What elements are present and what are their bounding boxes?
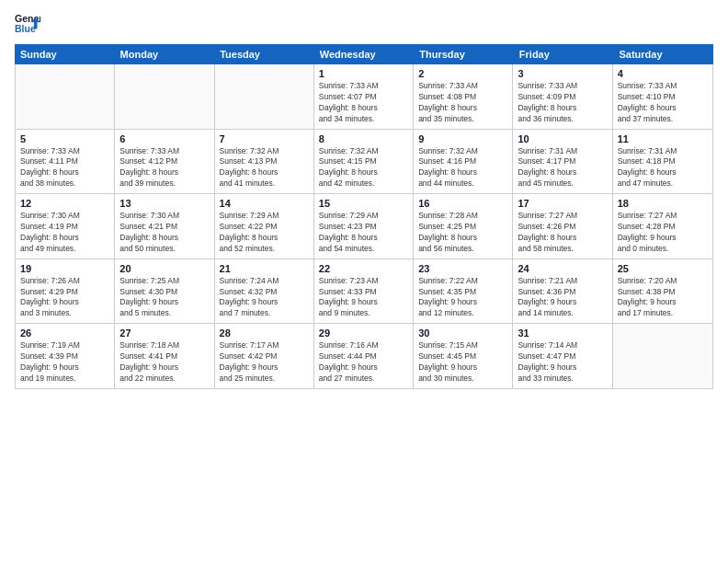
calendar-body: 1Sunrise: 7:33 AM Sunset: 4:07 PM Daylig… [15, 64, 713, 389]
day-of-week-header: Wednesday [314, 44, 415, 64]
calendar-day-cell: 22Sunrise: 7:23 AM Sunset: 4:33 PM Dayli… [314, 259, 414, 324]
day-info: Sunrise: 7:32 AM Sunset: 4:16 PM Dayligh… [418, 146, 507, 190]
day-info: Sunrise: 7:29 AM Sunset: 4:22 PM Dayligh… [220, 211, 309, 255]
day-info: Sunrise: 7:33 AM Sunset: 4:09 PM Dayligh… [518, 81, 607, 125]
day-info: Sunrise: 7:33 AM Sunset: 4:08 PM Dayligh… [418, 81, 507, 125]
empty-day-cell [215, 64, 314, 129]
day-info: Sunrise: 7:18 AM Sunset: 4:41 PM Dayligh… [119, 340, 209, 385]
calendar-day-cell: 30Sunrise: 7:15 AM Sunset: 4:45 PM Dayli… [414, 324, 513, 388]
day-number: 13 [119, 198, 209, 209]
day-info: Sunrise: 7:30 AM Sunset: 4:19 PM Dayligh… [20, 211, 109, 255]
day-info: Sunrise: 7:15 AM Sunset: 4:45 PM Dayligh… [418, 340, 507, 385]
day-info: Sunrise: 7:27 AM Sunset: 4:26 PM Dayligh… [518, 211, 607, 255]
calendar-header: SundayMondayTuesdayWednesdayThursdayFrid… [15, 44, 713, 64]
calendar-day-cell: 1Sunrise: 7:33 AM Sunset: 4:07 PM Daylig… [314, 64, 414, 129]
day-info: Sunrise: 7:33 AM Sunset: 4:11 PM Dayligh… [20, 146, 109, 190]
day-info: Sunrise: 7:26 AM Sunset: 4:29 PM Dayligh… [20, 276, 109, 320]
day-number: 25 [618, 263, 708, 274]
calendar-day-cell: 4Sunrise: 7:33 AM Sunset: 4:10 PM Daylig… [613, 64, 712, 129]
calendar-day-cell: 5Sunrise: 7:33 AM Sunset: 4:11 PM Daylig… [16, 130, 115, 194]
day-number: 6 [119, 133, 209, 144]
day-number: 16 [418, 198, 507, 209]
calendar-day-cell: 3Sunrise: 7:33 AM Sunset: 4:09 PM Daylig… [513, 64, 612, 129]
day-of-week-header: Sunday [15, 44, 115, 64]
day-number: 8 [319, 133, 408, 144]
calendar-day-cell: 25Sunrise: 7:20 AM Sunset: 4:38 PM Dayli… [613, 259, 712, 324]
day-number: 5 [20, 133, 109, 144]
day-number: 3 [518, 68, 607, 79]
calendar-day-cell: 18Sunrise: 7:27 AM Sunset: 4:28 PM Dayli… [613, 194, 712, 259]
calendar-week-row: 12Sunrise: 7:30 AM Sunset: 4:19 PM Dayli… [16, 194, 712, 259]
day-info: Sunrise: 7:32 AM Sunset: 4:13 PM Dayligh… [220, 146, 309, 190]
calendar-day-cell: 29Sunrise: 7:16 AM Sunset: 4:44 PM Dayli… [314, 324, 414, 388]
day-number: 7 [220, 133, 309, 144]
day-number: 19 [20, 263, 109, 274]
day-number: 27 [119, 327, 209, 339]
day-number: 31 [518, 327, 607, 339]
day-number: 12 [20, 198, 109, 209]
day-info: Sunrise: 7:23 AM Sunset: 4:33 PM Dayligh… [319, 276, 408, 320]
day-number: 29 [319, 327, 408, 339]
day-number: 14 [220, 198, 309, 209]
day-info: Sunrise: 7:32 AM Sunset: 4:15 PM Dayligh… [319, 146, 408, 190]
calendar-day-cell: 2Sunrise: 7:33 AM Sunset: 4:08 PM Daylig… [414, 64, 513, 129]
calendar-day-cell: 13Sunrise: 7:30 AM Sunset: 4:21 PM Dayli… [115, 194, 214, 259]
day-number: 30 [418, 327, 507, 339]
svg-text:Blue: Blue [15, 23, 36, 34]
calendar-day-cell: 12Sunrise: 7:30 AM Sunset: 4:19 PM Dayli… [16, 194, 115, 259]
day-number: 18 [618, 198, 708, 209]
day-info: Sunrise: 7:33 AM Sunset: 4:07 PM Dayligh… [319, 81, 408, 125]
calendar-day-cell: 10Sunrise: 7:31 AM Sunset: 4:17 PM Dayli… [513, 130, 612, 194]
day-number: 22 [319, 263, 408, 274]
empty-day-cell [115, 64, 214, 129]
day-number: 26 [20, 327, 109, 339]
day-number: 15 [319, 198, 408, 209]
day-number: 11 [618, 133, 708, 144]
calendar-day-cell: 9Sunrise: 7:32 AM Sunset: 4:16 PM Daylig… [414, 130, 513, 194]
calendar-day-cell: 27Sunrise: 7:18 AM Sunset: 4:41 PM Dayli… [115, 324, 214, 388]
calendar-week-row: 19Sunrise: 7:26 AM Sunset: 4:29 PM Dayli… [16, 259, 712, 325]
day-of-week-header: Saturday [613, 44, 713, 64]
calendar-day-cell: 6Sunrise: 7:33 AM Sunset: 4:12 PM Daylig… [115, 130, 214, 194]
day-number: 9 [418, 133, 507, 144]
calendar-day-cell: 19Sunrise: 7:26 AM Sunset: 4:29 PM Dayli… [16, 259, 115, 324]
day-info: Sunrise: 7:21 AM Sunset: 4:36 PM Dayligh… [518, 276, 607, 320]
empty-day-cell [16, 64, 115, 129]
calendar-day-cell: 23Sunrise: 7:22 AM Sunset: 4:35 PM Dayli… [414, 259, 513, 324]
logo: General Blue [15, 11, 40, 37]
day-info: Sunrise: 7:31 AM Sunset: 4:18 PM Dayligh… [618, 146, 708, 190]
day-of-week-header: Friday [514, 44, 614, 64]
empty-day-cell [613, 324, 712, 388]
day-info: Sunrise: 7:20 AM Sunset: 4:38 PM Dayligh… [618, 276, 708, 320]
day-number: 2 [418, 68, 507, 79]
calendar-day-cell: 16Sunrise: 7:28 AM Sunset: 4:25 PM Dayli… [414, 194, 513, 259]
day-of-week-header: Thursday [414, 44, 514, 64]
day-info: Sunrise: 7:17 AM Sunset: 4:42 PM Dayligh… [220, 340, 309, 385]
day-of-week-header: Tuesday [214, 44, 314, 64]
calendar-day-cell: 11Sunrise: 7:31 AM Sunset: 4:18 PM Dayli… [613, 130, 712, 194]
day-info: Sunrise: 7:28 AM Sunset: 4:25 PM Dayligh… [418, 211, 507, 255]
day-info: Sunrise: 7:14 AM Sunset: 4:47 PM Dayligh… [518, 340, 607, 385]
day-number: 4 [618, 68, 708, 79]
calendar-week-row: 26Sunrise: 7:19 AM Sunset: 4:39 PM Dayli… [16, 324, 712, 388]
calendar-weeks: 1Sunrise: 7:33 AM Sunset: 4:07 PM Daylig… [16, 64, 712, 388]
day-info: Sunrise: 7:33 AM Sunset: 4:10 PM Dayligh… [618, 81, 708, 125]
day-number: 10 [518, 133, 607, 144]
calendar-week-row: 5Sunrise: 7:33 AM Sunset: 4:11 PM Daylig… [16, 130, 712, 195]
calendar: SundayMondayTuesdayWednesdayThursdayFrid… [15, 44, 713, 552]
day-info: Sunrise: 7:27 AM Sunset: 4:28 PM Dayligh… [618, 211, 708, 255]
calendar-day-cell: 20Sunrise: 7:25 AM Sunset: 4:30 PM Dayli… [115, 259, 214, 324]
page-header: General Blue [15, 11, 713, 37]
day-info: Sunrise: 7:31 AM Sunset: 4:17 PM Dayligh… [518, 146, 607, 190]
day-number: 24 [518, 263, 607, 274]
calendar-day-cell: 31Sunrise: 7:14 AM Sunset: 4:47 PM Dayli… [513, 324, 612, 388]
calendar-day-cell: 8Sunrise: 7:32 AM Sunset: 4:15 PM Daylig… [314, 130, 414, 194]
day-number: 21 [220, 263, 309, 274]
day-info: Sunrise: 7:16 AM Sunset: 4:44 PM Dayligh… [319, 340, 408, 385]
day-info: Sunrise: 7:29 AM Sunset: 4:23 PM Dayligh… [319, 211, 408, 255]
day-number: 17 [518, 198, 607, 209]
day-info: Sunrise: 7:30 AM Sunset: 4:21 PM Dayligh… [119, 211, 209, 255]
day-info: Sunrise: 7:33 AM Sunset: 4:12 PM Dayligh… [119, 146, 209, 190]
calendar-day-cell: 7Sunrise: 7:32 AM Sunset: 4:13 PM Daylig… [215, 130, 314, 194]
day-number: 28 [220, 327, 309, 339]
